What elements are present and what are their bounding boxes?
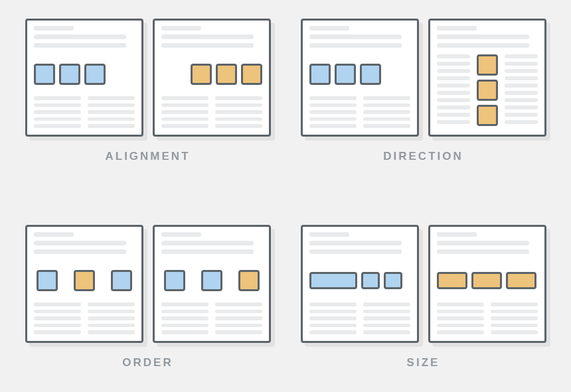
size-pair [301, 225, 546, 343]
placeholder-columns [309, 302, 410, 334]
box-icon [471, 272, 502, 289]
box-icon [191, 64, 212, 85]
placeholder-line [161, 43, 254, 48]
direction-panel-row [301, 19, 419, 137]
size-panel-a [301, 225, 419, 343]
alignment-label: ALIGNMENT [105, 150, 190, 163]
placeholder-line [34, 43, 127, 48]
direction-pair [301, 19, 546, 137]
placeholder-line [161, 26, 202, 31]
placeholder-line [161, 232, 202, 237]
size-label: SIZE [407, 356, 440, 369]
placeholder-line [309, 34, 402, 39]
placeholder-line [34, 249, 127, 254]
concept-size: SIZE [295, 225, 551, 369]
box-icon [164, 270, 185, 291]
box-icon [477, 54, 498, 76]
box-icon [335, 64, 356, 85]
order-label: ORDER [122, 356, 173, 369]
box-icon [59, 64, 80, 85]
placeholder-line [309, 249, 402, 254]
box-icon [84, 64, 106, 85]
box-icon [477, 105, 498, 126]
concept-direction: DIRECTION [295, 19, 551, 163]
placeholder-column [505, 54, 538, 128]
placeholder-line [309, 43, 402, 48]
placeholder-line [437, 232, 477, 237]
placeholder-columns [161, 302, 262, 334]
box-icon [309, 272, 357, 289]
placeholder-line [34, 26, 74, 31]
box-icon [309, 64, 331, 85]
alignment-right-boxes [161, 52, 262, 96]
order-a-boxes [34, 258, 135, 302]
placeholder-line [161, 249, 254, 254]
order-pair [25, 225, 271, 343]
concept-order: ORDER [20, 225, 276, 369]
placeholder-column [437, 54, 470, 128]
direction-column-boxes [477, 54, 498, 126]
placeholder-columns [309, 96, 410, 128]
box-icon [384, 272, 402, 289]
placeholder-line [309, 232, 350, 237]
box-icon [360, 64, 381, 85]
box-icon [216, 64, 237, 85]
order-b-boxes [161, 258, 262, 302]
box-icon [34, 64, 55, 85]
direction-row-boxes [309, 52, 410, 96]
order-panel-a [25, 225, 143, 343]
concept-alignment: ALIGNMENT [20, 19, 276, 163]
box-icon [111, 270, 132, 291]
placeholder-line [437, 241, 530, 245]
placeholder-line [34, 232, 74, 237]
box-icon [37, 270, 58, 291]
alignment-pair [25, 19, 271, 137]
placeholder-line [309, 241, 402, 245]
placeholder-columns [34, 302, 135, 334]
size-a-boxes [309, 258, 410, 302]
box-icon [201, 270, 222, 291]
alignment-left-boxes [34, 52, 135, 96]
box-icon [241, 64, 262, 85]
box-icon [74, 270, 95, 291]
placeholder-line [34, 241, 127, 245]
alignment-panel-right [153, 19, 271, 137]
placeholder-line [437, 249, 530, 254]
box-icon [477, 80, 498, 101]
box-icon [506, 272, 536, 289]
placeholder-columns [437, 302, 538, 334]
placeholder-columns [161, 96, 262, 128]
placeholder-line [34, 34, 127, 39]
placeholder-line [437, 34, 530, 39]
placeholder-line [309, 26, 350, 31]
placeholder-line [437, 26, 477, 31]
placeholder-line [161, 34, 254, 39]
size-panel-b [428, 225, 546, 343]
row-bottom: ORDER [20, 225, 551, 369]
box-icon [238, 270, 260, 291]
box-icon [361, 272, 380, 289]
alignment-panel-left [25, 19, 143, 137]
placeholder-columns [34, 96, 135, 128]
direction-panel-column [428, 19, 546, 137]
placeholder-line [437, 43, 530, 48]
size-b-boxes [437, 258, 538, 302]
row-top: ALIGNMENT [20, 19, 551, 163]
placeholder-line [161, 241, 254, 245]
direction-label: DIRECTION [383, 150, 463, 163]
order-panel-b [153, 225, 271, 343]
box-icon [437, 272, 467, 289]
